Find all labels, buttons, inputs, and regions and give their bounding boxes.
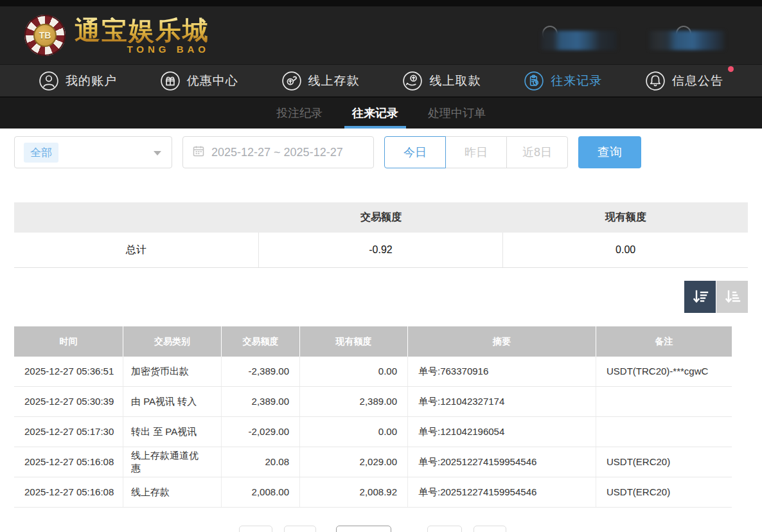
sub-navigation: 投注纪录 往来记录 处理中订单: [0, 98, 762, 129]
cell-note: USDT(TRC20)-***cgwC: [596, 357, 732, 386]
chevron-down-icon: [154, 151, 161, 155]
cell-summary: 单号:202512274159954546: [408, 477, 596, 507]
summary-header-row: 交易额度 现有额度: [14, 202, 748, 233]
cell-time: 2025-12-27 05:36:51: [14, 357, 123, 386]
pagination-prev-button[interactable]: [284, 526, 316, 532]
account-info-area: [541, 30, 725, 51]
top-header: TB 通宝娱乐城 TONG BAO: [0, 6, 762, 64]
cell-balance: 0.00: [300, 417, 408, 447]
nav-label: 信息公告: [672, 73, 723, 89]
cell-amount: 2,008.00: [222, 477, 300, 507]
selected-category-tag[interactable]: 全部: [24, 143, 58, 163]
records-icon: [524, 71, 544, 91]
category-select[interactable]: 全部: [14, 136, 172, 168]
redacted-balance: [541, 30, 617, 51]
col-header-note: 备注: [596, 326, 732, 357]
sort-descending-button[interactable]: [684, 281, 716, 313]
main-navigation: 我的账户 优惠中心 线上存款: [0, 64, 762, 98]
date-range-input[interactable]: 2025-12-27 ~ 2025-12-27: [182, 136, 374, 168]
cell-summary: 单号:202512274159954546: [408, 447, 596, 477]
cell-type: 转出 至 PA视讯: [123, 417, 222, 447]
top-strip: [0, 0, 762, 6]
cell-time: 2025-12-27 05:17:30: [14, 417, 123, 447]
summary-current-total: 0.00: [503, 233, 748, 267]
table-row: 2025-12-27 05:30:39 由 PA视讯 转入 2,389.00 2…: [14, 387, 732, 417]
cell-amount: -2,389.00: [222, 357, 300, 386]
summary-total-row: 总计 -0.92 0.00: [14, 233, 748, 268]
cell-type: 由 PA视讯 转入: [123, 387, 222, 416]
nav-item-promotions[interactable]: 优惠中心: [160, 71, 238, 91]
withdraw-icon: [402, 71, 423, 91]
redacted-username: [649, 30, 725, 51]
pagination-last-button[interactable]: [474, 526, 506, 532]
nav-label: 我的账户: [66, 73, 117, 89]
deposit-icon: [281, 71, 302, 91]
cell-note: USDT(ERC20): [596, 447, 732, 477]
col-header-balance: 现有额度: [300, 326, 408, 357]
pagination-next-button[interactable]: [427, 526, 462, 532]
pagination-page-select[interactable]: [336, 526, 391, 532]
redacted-value-blur: [649, 31, 725, 50]
table-row: 2025-12-27 05:36:51 加密货币出款 -2,389.00 0.0…: [14, 357, 732, 387]
calendar-icon: [192, 145, 205, 160]
nav-label: 往来记录: [551, 73, 602, 89]
cell-time: 2025-12-27 05:30:39: [14, 387, 123, 416]
cell-type: 加密货币出款: [123, 357, 222, 386]
nav-item-announcements[interactable]: 信息公告: [645, 71, 723, 91]
summary-table: 交易额度 现有额度 总计 -0.92 0.00: [14, 202, 748, 268]
cell-amount: 20.08: [222, 447, 300, 477]
brand-subtitle: TONG BAO: [75, 44, 209, 54]
quick-yesterday-button[interactable]: 昨日: [445, 136, 507, 168]
cell-time: 2025-12-27 05:16:08: [14, 447, 123, 477]
pagination-first-button[interactable]: [239, 526, 272, 532]
col-header-amount: 交易额度: [222, 326, 300, 357]
cell-note: [596, 387, 732, 416]
cell-summary: 单号:121042327174: [408, 387, 596, 416]
cell-amount: -2,029.00: [222, 417, 300, 447]
table-row: 2025-12-27 05:17:30 转出 至 PA视讯 -2,029.00 …: [14, 417, 732, 447]
nav-item-my-account[interactable]: 我的账户: [39, 71, 117, 91]
brand-title: 通宝娱乐城: [75, 17, 209, 43]
brand-logo[interactable]: TB 通宝娱乐城 TONG BAO: [24, 15, 209, 56]
gift-icon: [160, 71, 181, 91]
cell-amount: 2,389.00: [222, 387, 300, 416]
quick-today-button[interactable]: 今日: [384, 136, 446, 168]
notification-dot: [728, 66, 734, 72]
filter-bar: 全部 2025-12-27 ~ 2025-12-27 今日 昨日 近8日 查询: [14, 136, 748, 168]
nav-label: 优惠中心: [187, 73, 238, 89]
cell-note: USDT(ERC20): [596, 477, 732, 507]
cell-balance: 0.00: [300, 357, 408, 386]
user-icon: [39, 71, 59, 91]
table-row: 2025-12-27 05:16:08 线上存款 2,008.00 2,008.…: [14, 477, 732, 508]
table-header-row: 时间 交易类别 交易额度 现有额度 摘要 备注: [14, 326, 732, 357]
nav-item-transactions[interactable]: 往来记录: [524, 71, 602, 91]
cell-type: 线上存款: [123, 477, 222, 507]
tab-pending-orders[interactable]: 处理中订单: [427, 98, 487, 129]
quick-range-group: 今日 昨日 近8日: [384, 136, 568, 168]
date-range-value: 2025-12-27 ~ 2025-12-27: [211, 146, 343, 159]
summary-header-empty: [14, 202, 259, 233]
summary-header-current: 现有额度: [503, 202, 748, 233]
sort-controls: [14, 281, 748, 313]
cell-balance: 2,008.92: [300, 477, 408, 507]
tab-bet-records[interactable]: 投注纪录: [275, 98, 324, 129]
col-header-summary: 摘要: [408, 326, 596, 357]
quick-last8days-button[interactable]: 近8日: [506, 136, 568, 168]
chip-monogram: TB: [33, 24, 57, 47]
search-button[interactable]: 查询: [578, 136, 641, 168]
tab-transaction-records[interactable]: 往来记录: [351, 98, 400, 129]
summary-header-transaction: 交易额度: [259, 202, 504, 233]
brand-text: 通宝娱乐城 TONG BAO: [75, 17, 209, 54]
sort-ascending-button[interactable]: [716, 281, 748, 313]
nav-label: 线上存款: [308, 73, 360, 89]
transactions-table: 时间 交易类别 交易额度 现有额度 摘要 备注 2025-12-27 05:36…: [14, 326, 732, 508]
summary-total-label: 总计: [14, 233, 259, 267]
cell-balance: 2,029.00: [300, 447, 408, 477]
bell-icon: [645, 71, 666, 91]
redacted-value-blur: [541, 31, 617, 50]
cell-summary: 单号:121042196054: [408, 417, 596, 447]
cell-note: [596, 417, 732, 447]
nav-item-withdraw[interactable]: 线上取款: [402, 71, 481, 91]
cell-time: 2025-12-27 05:16:08: [14, 477, 123, 507]
nav-item-deposit[interactable]: 线上存款: [281, 71, 360, 91]
